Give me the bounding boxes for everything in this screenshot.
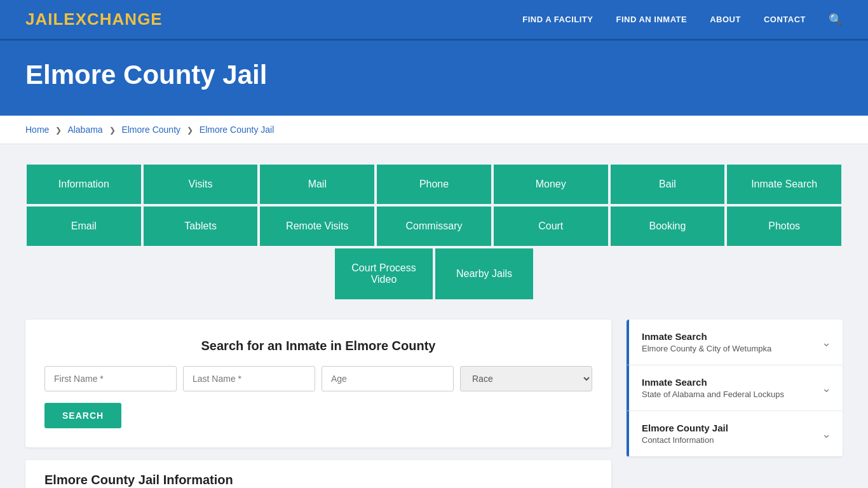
sidebar-card-title-3: Elmore County Jail bbox=[642, 423, 728, 433]
grid-row-3: Court Process Video Nearby Jails bbox=[25, 247, 843, 301]
grid-row-1: Information Visits Mail Phone Money Bail… bbox=[25, 163, 843, 205]
lower-section: Search for an Inmate in Elmore County Ra… bbox=[25, 320, 843, 488]
chevron-icon-3: ⌄ bbox=[822, 427, 831, 441]
last-name-input[interactable] bbox=[183, 366, 315, 391]
sidebar-card-text-1: Inmate Search Elmore County & City of We… bbox=[642, 331, 771, 353]
btn-phone[interactable]: Phone bbox=[376, 163, 492, 205]
page-body: Information Visits Mail Phone Money Bail… bbox=[0, 144, 868, 488]
btn-email[interactable]: Email bbox=[25, 205, 142, 247]
chevron-icon-2: ⌄ bbox=[822, 381, 831, 395]
nav-find-inmate[interactable]: FIND AN INMATE bbox=[616, 15, 687, 24]
btn-visits[interactable]: Visits bbox=[142, 163, 259, 205]
sidebar-card-contact-info[interactable]: Elmore County Jail Contact Information ⌄ bbox=[627, 411, 843, 457]
navbar: JAILEXCHANGE FIND A FACILITY FIND AN INM… bbox=[0, 0, 868, 41]
nav-about[interactable]: ABOUT bbox=[710, 15, 741, 24]
breadcrumb-elmore-county[interactable]: Elmore County bbox=[121, 125, 180, 135]
btn-tablets[interactable]: Tablets bbox=[142, 205, 259, 247]
age-input[interactable] bbox=[322, 366, 454, 391]
chevron-icon-1: ⌄ bbox=[822, 336, 831, 349]
btn-photos[interactable]: Photos bbox=[726, 205, 843, 247]
sidebar-card-subtitle-3: Contact Information bbox=[642, 435, 728, 445]
page-title: Elmore County Jail bbox=[25, 60, 843, 90]
breadcrumb: Home ❯ Alabama ❯ Elmore County ❯ Elmore … bbox=[0, 116, 868, 144]
logo-part3: XCHANGE bbox=[76, 10, 163, 29]
btn-money[interactable]: Money bbox=[492, 163, 609, 205]
btn-mail[interactable]: Mail bbox=[259, 163, 376, 205]
btn-inmate-search[interactable]: Inmate Search bbox=[726, 163, 843, 205]
btn-commissary[interactable]: Commissary bbox=[376, 205, 492, 247]
search-icon[interactable]: 🔍 bbox=[829, 13, 843, 27]
breadcrumb-sep-1: ❯ bbox=[55, 126, 62, 135]
btn-booking[interactable]: Booking bbox=[609, 205, 726, 247]
btn-nearby-jails[interactable]: Nearby Jails bbox=[434, 247, 534, 301]
search-panel: Search for an Inmate in Elmore County Ra… bbox=[25, 320, 611, 447]
btn-information[interactable]: Information bbox=[25, 163, 142, 205]
sidebar-card-title-1: Inmate Search bbox=[642, 331, 771, 342]
sidebar-card-text-2: Inmate Search State of Alabama and Feder… bbox=[642, 377, 784, 399]
breadcrumb-current: Elmore County Jail bbox=[200, 125, 275, 135]
breadcrumb-sep-3: ❯ bbox=[187, 126, 193, 135]
sidebar-card-subtitle-2: State of Alabama and Federal Lockups bbox=[642, 390, 784, 399]
btn-court[interactable]: Court bbox=[492, 205, 609, 247]
logo-part1: JAIL bbox=[25, 10, 64, 29]
nav-find-facility[interactable]: FIND A FACILITY bbox=[522, 15, 593, 24]
btn-bail[interactable]: Bail bbox=[609, 163, 726, 205]
left-column: Search for an Inmate in Elmore County Ra… bbox=[25, 320, 611, 488]
breadcrumb-home[interactable]: Home bbox=[25, 125, 49, 135]
btn-remote-visits[interactable]: Remote Visits bbox=[259, 205, 376, 247]
btn-court-process-video[interactable]: Court Process Video bbox=[334, 247, 434, 301]
sidebar-card-title-2: Inmate Search bbox=[642, 377, 784, 388]
nav-contact[interactable]: CONTACT bbox=[764, 15, 806, 24]
button-grid: Information Visits Mail Phone Money Bail… bbox=[25, 163, 843, 301]
first-name-input[interactable] bbox=[44, 366, 177, 391]
search-button[interactable]: SEARCH bbox=[44, 403, 121, 428]
info-section: Elmore County Jail Information bbox=[25, 460, 611, 488]
sidebar-card-subtitle-1: Elmore County & City of Wetumpka bbox=[642, 344, 771, 353]
grid-row-2: Email Tablets Remote Visits Commissary C… bbox=[25, 205, 843, 247]
sidebar-card-inmate-search-state[interactable]: Inmate Search State of Alabama and Feder… bbox=[627, 365, 843, 411]
search-fields: Race White Black Hispanic Asian Other bbox=[44, 366, 592, 391]
sidebar-card-text-3: Elmore County Jail Contact Information bbox=[642, 423, 728, 445]
breadcrumb-sep-2: ❯ bbox=[109, 126, 116, 135]
info-title: Elmore County Jail Information bbox=[44, 473, 592, 487]
nav-links: FIND A FACILITY FIND AN INMATE ABOUT CON… bbox=[522, 13, 843, 27]
sidebar-card-inmate-search-local[interactable]: Inmate Search Elmore County & City of We… bbox=[627, 320, 843, 365]
sidebar: Inmate Search Elmore County & City of We… bbox=[627, 320, 843, 457]
breadcrumb-alabama[interactable]: Alabama bbox=[67, 125, 102, 135]
race-select[interactable]: Race White Black Hispanic Asian Other bbox=[460, 366, 592, 391]
search-title: Search for an Inmate in Elmore County bbox=[44, 339, 592, 353]
logo-part2: E bbox=[64, 10, 75, 29]
hero-section: Elmore County Jail bbox=[0, 41, 868, 116]
site-logo[interactable]: JAILEXCHANGE bbox=[25, 10, 163, 29]
